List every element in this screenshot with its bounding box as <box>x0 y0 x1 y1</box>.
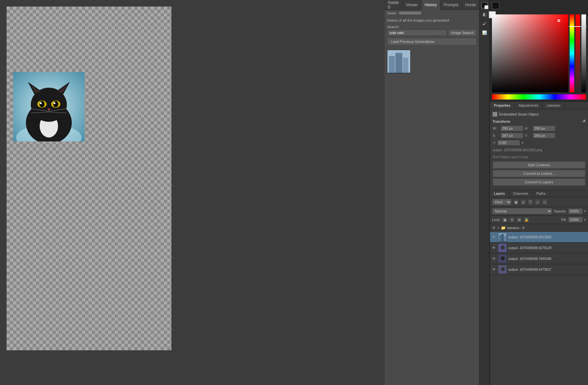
nav-tabs: Stable D Viewer History Prompts Horde Se… <box>384 0 479 10</box>
layer-0-eye[interactable]: 👁 <box>492 235 497 239</box>
angle-chevron[interactable]: ▾ <box>521 140 523 145</box>
layer-item-2[interactable]: 👁 output- 1675495588.7840188 <box>490 253 588 264</box>
opacity-chevron[interactable]: ▾ <box>584 209 586 213</box>
height-input[interactable] <box>533 125 556 131</box>
group-visibility-icon[interactable]: 👁 <box>492 226 497 230</box>
color-picker-area[interactable] <box>490 0 588 101</box>
lock-move-btn[interactable]: ✛ <box>509 217 515 223</box>
history-thumbnail-0[interactable] <box>387 50 411 73</box>
layer-1-name: output- 1675495588.9276128 <box>508 246 586 250</box>
layer-item-0[interactable]: 👁 output- 1675495589.0612555 <box>490 232 588 243</box>
color-gradient-picker[interactable] <box>490 14 588 94</box>
layer-2-eye[interactable]: 👁 <box>492 256 497 261</box>
color-gradient-main[interactable] <box>492 14 568 92</box>
layer-2-name: output- 1675495588.7840188 <box>508 257 586 261</box>
layer-group[interactable]: 👁 ▸ 📁 session - 9 <box>490 224 588 232</box>
tab-viewer[interactable]: Viewer <box>402 0 421 10</box>
angle-row: ⟳ ▾ <box>493 140 585 146</box>
ps-right-panel: Properties Adjustments Libraries Embedde… <box>490 0 588 385</box>
hue-slider[interactable] <box>570 14 574 92</box>
y-input[interactable] <box>533 133 556 138</box>
layer-3-eye[interactable]: 👁 <box>492 267 497 272</box>
blend-mode-select[interactable]: Normal <box>492 208 552 214</box>
transform-title: Transform ↺ <box>493 119 585 123</box>
angle-input[interactable] <box>497 140 520 146</box>
transform-reset-icon[interactable]: ↺ <box>582 119 585 123</box>
hue-spectrum-bar[interactable] <box>492 94 586 100</box>
ps-icon-sidebar: ◧ 🖌 📊 <box>479 0 490 385</box>
filename-text: output- 1675495589.0612555.png <box>493 147 585 153</box>
group-fold-icon[interactable]: ▸ <box>498 226 500 229</box>
opacity-input[interactable] <box>568 208 583 214</box>
apply-comp-text: Don't Apply Layer Comp <box>493 155 585 159</box>
filter-shape-icon[interactable]: ▱ <box>535 199 540 205</box>
fill-chevron[interactable]: ▾ <box>584 218 586 222</box>
properties-tabs: Properties Adjustments Libraries <box>490 102 588 109</box>
lock-all-btn[interactable]: 🔒 <box>523 217 529 223</box>
svg-rect-29 <box>504 236 506 242</box>
image-search-button[interactable]: Image Search <box>448 29 477 36</box>
history-panel: Stable D Viewer History Prompts Horde Se… <box>384 0 479 385</box>
convert-linked-button[interactable]: Convert to Linked... <box>493 170 585 177</box>
edit-contents-button[interactable]: Edit Contents <box>493 161 585 169</box>
load-previous-button[interactable]: Load Previous Generations <box>387 38 477 45</box>
brush-icon[interactable]: 🖌 <box>480 20 488 28</box>
cat-image[interactable] <box>13 72 85 141</box>
tab-channels[interactable]: Channels <box>509 190 532 197</box>
color-swatch-icon[interactable] <box>480 1 488 9</box>
folder-icon: 📁 <box>501 226 506 230</box>
history-state-icon[interactable]: ◧ <box>480 10 488 18</box>
svg-point-35 <box>501 267 505 271</box>
layer-1-thumb <box>498 243 507 252</box>
x-input[interactable] <box>500 133 523 138</box>
tab-layers[interactable]: Layers <box>490 190 509 197</box>
seed-label: Seed: <box>387 11 397 15</box>
svg-point-33 <box>501 256 505 260</box>
foreground-swatch[interactable] <box>492 2 499 9</box>
tab-paths[interactable]: Paths <box>533 190 550 197</box>
section-title-text: Embedded Smart Object <box>499 112 539 116</box>
layer-item-1[interactable]: 👁 output- 1675495588.9276128 <box>490 243 588 253</box>
search-row: Image Search <box>384 29 479 38</box>
lock-artboard-btn[interactable]: ⊞ <box>516 217 522 223</box>
lock-row: Lock: ▣ ✛ ⊞ 🔒 Fill: ▾ <box>490 216 588 224</box>
opacity-slider[interactable] <box>576 14 580 92</box>
thumbnail-grid <box>384 47 479 76</box>
svg-point-31 <box>501 246 505 249</box>
levels-icon[interactable]: 📊 <box>480 29 488 37</box>
svg-rect-25 <box>387 50 410 73</box>
svg-rect-28 <box>501 234 504 242</box>
convert-layers-button[interactable]: Convert to Layers <box>493 178 585 186</box>
layers-tabs: Layers Channels Paths <box>490 190 588 197</box>
filter-type-icon[interactable]: T <box>527 199 533 205</box>
properties-panel: Properties Adjustments Libraries Embedde… <box>490 101 588 190</box>
tab-stable-d[interactable]: Stable D <box>384 0 402 10</box>
filter-adjust-icon[interactable]: ◎ <box>520 199 526 205</box>
properties-content: Embedded Smart Object Transform ↺ W: H: … <box>490 109 588 190</box>
kind-select[interactable]: Kind <box>492 199 512 205</box>
layer-0-thumb <box>498 232 507 242</box>
lock-pixel-btn[interactable]: ▣ <box>502 217 508 223</box>
filter-smart-icon[interactable]: ⬡ <box>542 199 548 205</box>
tab-adjustments[interactable]: Adjustments <box>515 102 543 109</box>
layer-0-name: output- 1675495589.0612555 <box>508 235 586 239</box>
width-input[interactable] <box>500 125 523 131</box>
canvas-area <box>0 0 384 385</box>
tab-properties[interactable]: Properties <box>490 102 515 109</box>
width-row: W: H: <box>493 125 585 131</box>
layers-toolbar: Kind ▣ ◎ T ▱ ⬡ <box>490 197 588 207</box>
opacity-label: Opacity: <box>554 209 567 213</box>
tab-prompts[interactable]: Prompts <box>441 0 462 10</box>
search-input[interactable] <box>387 29 447 36</box>
tab-horde[interactable]: Horde <box>462 0 480 10</box>
filter-pixel-icon[interactable]: ▣ <box>513 199 519 205</box>
layer-item-3[interactable]: 👁 output- 1675495588.6473627 <box>490 264 588 275</box>
position-row: X: Y: <box>493 133 585 138</box>
fill-label: Fill: <box>561 218 567 222</box>
layer-1-eye[interactable]: 👁 <box>492 246 497 250</box>
tab-libraries[interactable]: Libraries <box>543 102 565 109</box>
fill-input[interactable] <box>568 217 583 223</box>
lightness-slider[interactable] <box>581 14 586 92</box>
svg-rect-27 <box>499 235 501 242</box>
tab-history[interactable]: History <box>421 0 441 10</box>
